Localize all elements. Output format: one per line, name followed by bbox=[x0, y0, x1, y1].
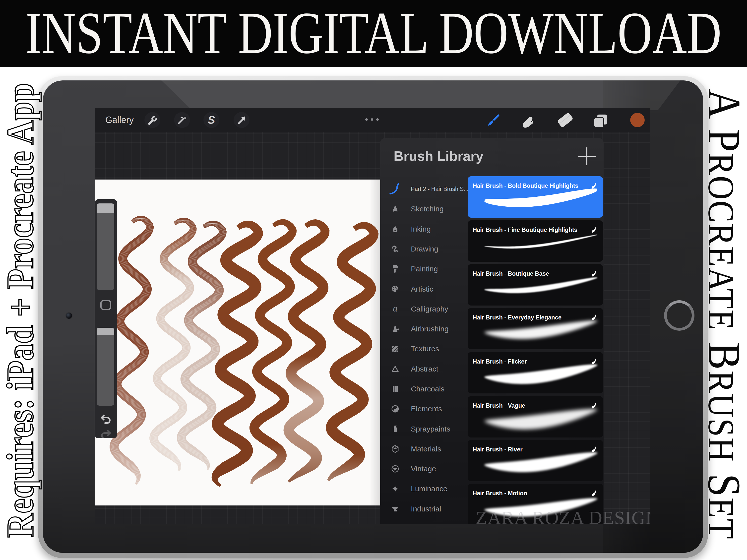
svg-text:a: a bbox=[393, 305, 398, 313]
svg-text:S: S bbox=[208, 114, 215, 126]
